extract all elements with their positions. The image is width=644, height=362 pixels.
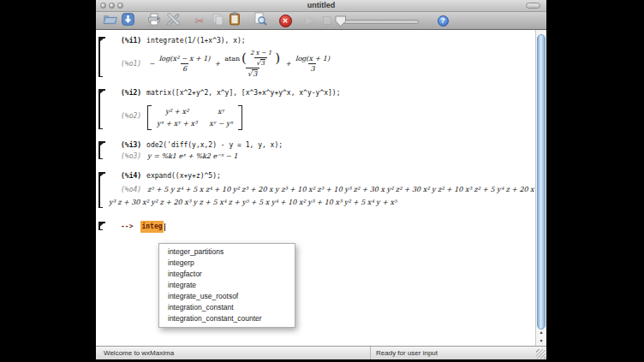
cell-bracket[interactable] [98, 141, 105, 159]
cell-group-2: (%i2)matrix([x^2+y^2, x^y], [x^3+x^y+y^x… [107, 88, 534, 130]
typed-text[interactable]: integ [140, 221, 163, 233]
prompt-row[interactable]: --> integ [118, 221, 534, 233]
worksheet-area[interactable]: (%i1)integrate(1/(1+x^3), x); (%o1) − lo… [96, 30, 546, 346]
input-code[interactable]: integrate(1/(1+x^3), x); [146, 37, 246, 45]
find-button[interactable] [253, 14, 268, 28]
output-label: (%o1) [121, 60, 141, 68]
matrix-cell: xʸ − yˣ [209, 120, 233, 128]
autocomplete-item[interactable]: integfactor [159, 269, 295, 280]
copy-icon [212, 13, 224, 29]
minus-sign: − [149, 60, 155, 68]
fraction-1-numerator: log(x² − x + 1) [158, 55, 212, 63]
wxmaxima-window: untitled [96, 0, 546, 359]
plus-sign: + [214, 60, 220, 68]
cell-bracket[interactable] [98, 37, 105, 77]
fraction-1-denominator: 6 [181, 63, 188, 73]
slider-handle-icon[interactable] [335, 15, 347, 27]
right-paren: ) [275, 52, 280, 65]
cell-bracket[interactable] [98, 172, 105, 208]
autocomplete-item[interactable]: integerp [159, 258, 295, 269]
scroll-down-icon[interactable]: ▼ [536, 336, 546, 345]
play-icon [306, 16, 313, 25]
toolbar: ✂ [96, 12, 546, 30]
cut-button[interactable]: ✂ [192, 14, 207, 28]
autocomplete-item[interactable]: integrate [159, 280, 295, 291]
open-document-button[interactable] [102, 14, 117, 28]
help-icon: ? [438, 15, 449, 27]
matrix-cell: xʸ [209, 108, 233, 116]
plus-sign: + [285, 60, 291, 68]
output-label: (%o3) [121, 152, 141, 160]
cell-group-1: (%i1)integrate(1/(1+x^3), x); (%o1) − lo… [107, 36, 534, 78]
cell-group-4: (%i4)expand((x+y+z)^5); (%o4)z⁵ + 5 y z⁴… [107, 171, 534, 209]
resize-grip[interactable] [536, 349, 546, 359]
clipboard-icon [229, 12, 241, 29]
output-line-2: (%o2) y² + x² xʸ yˣ + xʸ + x³ xʸ − yˣ [118, 102, 534, 130]
worksheet-cells: (%i1)integrate(1/(1+x^3), x); (%o1) − lo… [96, 30, 534, 233]
fraction-1: log(x² − x + 1) 6 [158, 55, 212, 73]
input-line-4[interactable]: (%i4)expand((x+y+z)^5); [118, 171, 534, 181]
cell-bracket[interactable] [98, 222, 105, 230]
atan-function: atan [224, 55, 240, 62]
radicand: 3 [252, 69, 258, 78]
autocomplete-item[interactable]: integer_partitions [159, 246, 295, 258]
search-icon [253, 12, 267, 29]
status-divider [370, 347, 371, 359]
title-bar[interactable]: untitled [96, 0, 546, 12]
toolbar-toggle-button[interactable] [526, 3, 540, 9]
fraction-3-numerator: log(x + 1) [294, 55, 331, 63]
matrix-cell: yˣ + xʸ + x³ [157, 120, 197, 128]
input-code[interactable]: expand((x+y+z)^5); [146, 172, 221, 180]
input-line-3[interactable]: (%i3)ode2('diff(y,x,2) - y = 1, y, x); [118, 140, 534, 150]
input-line-1[interactable]: (%i1)integrate(1/(1+x^3), x); [118, 36, 534, 45]
fraction-2-denominator: √3 [246, 68, 259, 78]
stop-icon [323, 16, 331, 25]
input-code[interactable]: ode2('diff(y,x,2) - y = 1, y, x); [146, 141, 283, 149]
save-icon [122, 13, 134, 29]
animation-slider[interactable] [335, 14, 420, 28]
desktop-background: { "window": { "title": "untitled" }, "to… [0, 0, 644, 362]
scroll-up-icon[interactable]: ▲ [536, 328, 546, 336]
save-document-button[interactable] [120, 14, 135, 28]
print-document-button[interactable] [146, 14, 162, 28]
input-label: (%i1) [121, 37, 141, 45]
left-paren: ( [242, 52, 247, 65]
tools-icon [166, 13, 180, 29]
scissors-icon: ✂ [195, 15, 205, 27]
output-line-3: (%o3) y = %k1 eˣ + %k2 e⁻ˣ − 1 [118, 152, 534, 160]
paste-button[interactable] [227, 14, 242, 28]
stop-animation-button[interactable] [319, 14, 335, 28]
help-button[interactable]: ? [435, 14, 450, 28]
scrollbar-thumb[interactable] [537, 34, 546, 329]
autocomplete-dropdown: integer_partitions integerp integfactor … [158, 243, 295, 328]
radicand: 3 [260, 59, 265, 67]
output-label: (%o2) [121, 112, 141, 120]
configure-button[interactable] [165, 14, 181, 28]
input-label: (%i4) [121, 172, 141, 180]
play-animation-button[interactable] [301, 14, 317, 28]
input-line-2[interactable]: (%i2)matrix([x^2+y^2, x^y], [x^3+x^y+y^x… [118, 88, 534, 98]
autocomplete-item[interactable]: integration_constant [159, 302, 295, 313]
prompt-label: --> [121, 222, 133, 232]
expansion-line-2: y³ z + 30 x² y² z + 20 x³ y z + 5 x⁴ z +… [109, 196, 534, 209]
matrix-right-bracket [238, 105, 242, 130]
status-message-right: Ready for user input [376, 349, 438, 357]
matrix-output: y² + x² xʸ yˣ + xʸ + x³ xʸ − yˣ [147, 105, 242, 130]
expansion-line-1: z⁵ + 5 y z⁴ + 5 x z⁴ + 10 y² z³ + 20 x y… [147, 186, 534, 193]
autocomplete-item[interactable]: integration_constant_counter [159, 313, 295, 324]
vertical-scrollbar[interactable]: ▲ ▼ [535, 30, 546, 346]
output-label: (%o4) [121, 186, 141, 193]
printer-icon [147, 13, 161, 29]
interrupt-button[interactable]: ✕ [277, 14, 293, 28]
autocomplete-item[interactable]: integrate_use_rootsof [159, 291, 295, 302]
copy-button[interactable] [210, 14, 225, 28]
inner-fraction: 2 x − 1 √3 [248, 50, 273, 67]
open-folder-icon [103, 13, 117, 28]
fraction-3-denominator: 3 [308, 63, 316, 73]
slider-track[interactable] [341, 20, 419, 24]
matrix-grid: y² + x² xʸ yˣ + xʸ + x³ xʸ − yˣ [152, 105, 238, 130]
active-input-cell[interactable]: --> integ [107, 221, 534, 233]
inner-numerator: 2 x − 1 [248, 50, 273, 57]
cell-bracket[interactable] [98, 89, 105, 129]
input-code[interactable]: matrix([x^2+y^2, x^y], [x^3+x^y+y^x, x^y… [146, 89, 340, 97]
